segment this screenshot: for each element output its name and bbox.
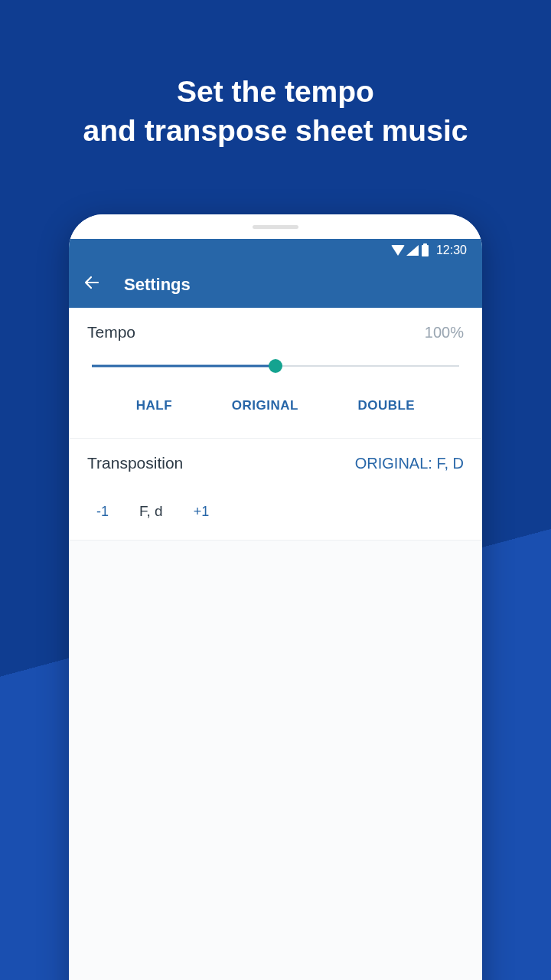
marketing-line-2: and transpose sheet music bbox=[0, 112, 551, 151]
arrow-left-icon bbox=[83, 273, 101, 292]
marketing-heading: Set the tempo and transpose sheet music bbox=[0, 0, 551, 150]
slider-thumb[interactable] bbox=[269, 359, 282, 373]
status-bar: 12:30 bbox=[69, 239, 482, 262]
tempo-section: Tempo 100% HALF ORIGINAL DOUBLE bbox=[69, 308, 482, 439]
status-icons bbox=[391, 245, 429, 256]
content-area: Tempo 100% HALF ORIGINAL DOUBLE Transpos… bbox=[69, 308, 482, 980]
tempo-original-button[interactable]: ORIGINAL bbox=[224, 394, 306, 418]
slider-fill bbox=[92, 365, 276, 368]
tempo-half-button[interactable]: HALF bbox=[129, 394, 180, 418]
phone-speaker bbox=[253, 225, 298, 229]
back-button[interactable] bbox=[83, 273, 101, 297]
wifi-icon bbox=[391, 245, 405, 256]
status-time: 12:30 bbox=[436, 243, 467, 257]
phone-bezel bbox=[69, 214, 482, 239]
tempo-slider[interactable] bbox=[92, 357, 459, 375]
tempo-value: 100% bbox=[425, 324, 464, 341]
page-title: Settings bbox=[124, 275, 191, 295]
app-bar: Settings bbox=[69, 262, 482, 308]
battery-icon bbox=[422, 245, 429, 256]
signal-icon bbox=[406, 245, 419, 256]
tempo-label: Tempo bbox=[87, 323, 135, 341]
transposition-section: Transposition ORIGINAL: F, D -1 F, d +1 bbox=[69, 439, 482, 541]
transposition-label: Transposition bbox=[87, 454, 183, 472]
transpose-up-button[interactable]: +1 bbox=[194, 504, 210, 520]
tempo-double-button[interactable]: DOUBLE bbox=[350, 394, 422, 418]
transposition-current-key: F, d bbox=[139, 503, 163, 520]
phone-frame: 12:30 Settings Tempo 100% HALF ORIGINAL … bbox=[69, 214, 482, 980]
transposition-original-button[interactable]: ORIGINAL: F, D bbox=[355, 455, 464, 472]
marketing-line-1: Set the tempo bbox=[0, 73, 551, 112]
transpose-down-button[interactable]: -1 bbox=[96, 504, 109, 520]
